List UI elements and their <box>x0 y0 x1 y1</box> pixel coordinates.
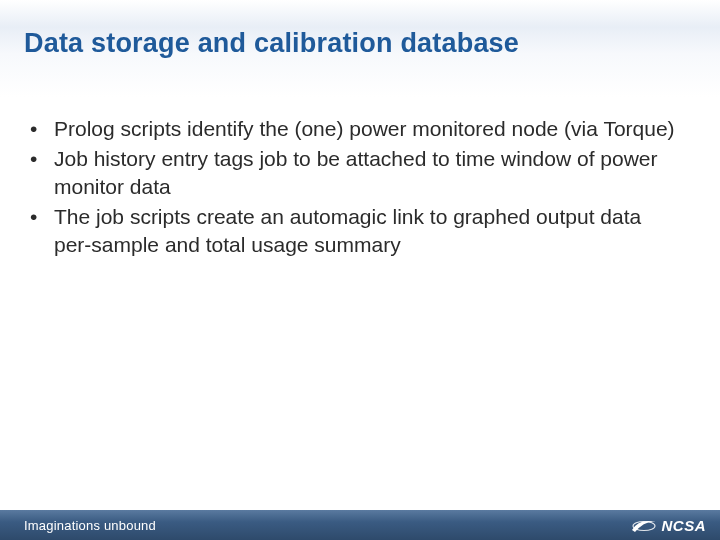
bullet-icon: • <box>28 115 50 143</box>
bullet-text: The job scripts create an automagic link… <box>50 203 680 259</box>
logo-text: NCSA <box>661 517 706 534</box>
bullet-list: • Prolog scripts identify the (one) powe… <box>28 115 680 261</box>
list-item: • Prolog scripts identify the (one) powe… <box>28 115 680 143</box>
bullet-icon: • <box>28 203 50 231</box>
ncsa-logo: NCSA <box>631 516 706 534</box>
slide-title: Data storage and calibration database <box>24 28 519 59</box>
bullet-text: Prolog scripts identify the (one) power … <box>50 115 675 143</box>
logo-swoosh-icon <box>631 516 657 534</box>
footer-tagline: Imaginations unbound <box>24 518 156 533</box>
list-item: • Job history entry tags job to be attac… <box>28 145 680 201</box>
slide: Data storage and calibration database • … <box>0 0 720 540</box>
list-item: • The job scripts create an automagic li… <box>28 203 680 259</box>
bullet-text: Job history entry tags job to be attache… <box>50 145 680 201</box>
footer-bar: Imaginations unbound NCSA <box>0 510 720 540</box>
bullet-icon: • <box>28 145 50 173</box>
